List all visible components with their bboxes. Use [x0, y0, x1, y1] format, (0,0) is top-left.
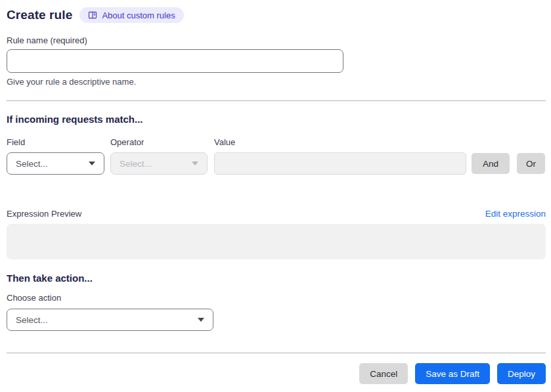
rule-name-helper: Give your rule a descriptive name.: [7, 77, 546, 87]
match-labels-row: Field Operator Value: [7, 137, 546, 147]
chevron-down-icon: [89, 162, 95, 165]
section-divider-top: [7, 100, 546, 101]
expression-preview-row: Expression Preview Edit expression: [7, 209, 546, 219]
value-label: Value: [214, 137, 235, 147]
match-controls-row: Select... Select... And Or: [7, 152, 546, 175]
or-button[interactable]: Or: [517, 153, 545, 174]
page-header: Create rule About custom rules: [7, 7, 546, 24]
chevron-down-icon: [192, 162, 198, 165]
cancel-button[interactable]: Cancel: [359, 363, 408, 384]
deploy-button[interactable]: Deploy: [497, 363, 546, 384]
expression-preview-label: Expression Preview: [7, 209, 81, 219]
edit-expression-link[interactable]: Edit expression: [485, 209, 546, 219]
value-input: [214, 152, 466, 175]
choose-action-select-value: Select...: [16, 315, 48, 325]
section-divider-bottom: [7, 353, 546, 353]
rule-name-input[interactable]: [7, 49, 343, 73]
operator-label: Operator: [110, 137, 214, 147]
book-icon: [88, 11, 97, 20]
rule-name-label: Rule name (required): [7, 35, 546, 45]
field-select[interactable]: Select...: [7, 152, 104, 175]
choose-action-label: Choose action: [7, 293, 546, 303]
field-label: Field: [7, 137, 110, 147]
create-rule-page: Create rule About custom rules Rule name…: [0, 0, 551, 392]
page-title: Create rule: [7, 8, 72, 22]
expression-preview-box: [7, 224, 546, 259]
choose-action-select[interactable]: Select...: [7, 309, 213, 331]
about-badge-label: About custom rules: [102, 11, 175, 20]
about-custom-rules-link[interactable]: About custom rules: [79, 7, 183, 23]
action-section-heading: Then take action...: [7, 272, 546, 284]
match-section-heading: If incoming requests match...: [7, 114, 546, 125]
operator-select-value: Select...: [120, 159, 152, 169]
save-as-draft-button[interactable]: Save as Draft: [415, 363, 490, 384]
and-button[interactable]: And: [472, 153, 510, 174]
operator-select: Select...: [110, 152, 208, 175]
footer-actions: Cancel Save as Draft Deploy: [7, 363, 546, 384]
field-select-value: Select...: [16, 159, 48, 169]
chevron-down-icon: [198, 318, 204, 322]
